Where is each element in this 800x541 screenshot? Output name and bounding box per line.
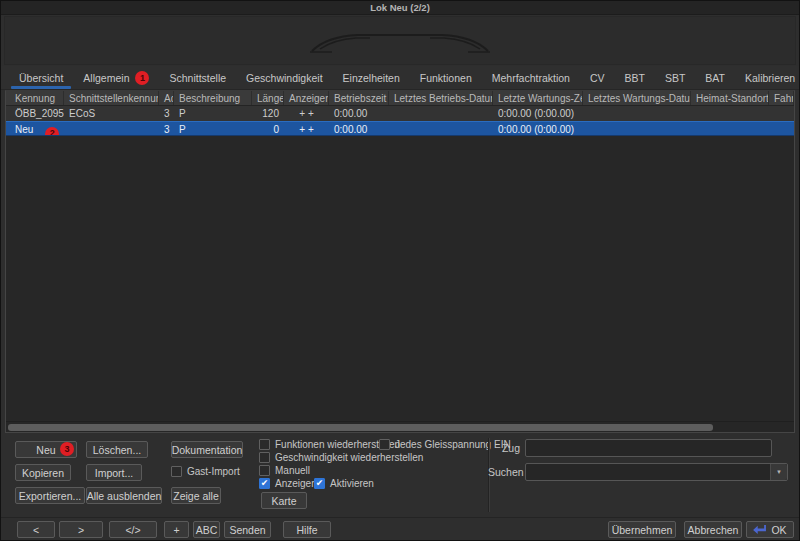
cell-beschreibung: P (174, 122, 252, 135)
tab-bat[interactable]: BAT (695, 67, 735, 89)
tab-uebersicht[interactable]: Übersicht (9, 67, 73, 89)
bottom-bar: < > </> + ABC Senden Hilfe Übernehmen Ab… (1, 517, 799, 541)
zug-input[interactable] (525, 439, 772, 457)
table-row[interactable]: ÖBB_2095.06 ECoS 3 P 120 + + 0:00.00 0:0… (6, 106, 794, 121)
cell-adr: 3 (159, 122, 174, 135)
tab-bar: Übersicht Allgemein 1 Schnittstelle Gesc… (1, 66, 799, 90)
loco-preview-panel (4, 16, 796, 65)
import-button[interactable]: Import... (86, 464, 142, 481)
tab-allgemein[interactable]: Allgemein 1 (73, 66, 159, 90)
column-header-kennung[interactable]: Kennung (10, 91, 64, 105)
manuell-checkbox[interactable]: Manuell (259, 465, 310, 476)
table-row-selected[interactable]: Neu2 3 P 0 + + 0:00.00 0:00.00 (0:00.00) (6, 121, 794, 136)
checkbox-label: Manuell (275, 465, 310, 476)
column-header-laenge[interactable]: Länge (252, 91, 284, 105)
tab-label: CV (590, 72, 605, 84)
tab-label: Einzelheiten (343, 72, 400, 84)
ok-button[interactable]: OK (746, 521, 794, 538)
tab-cv[interactable]: CV (580, 67, 615, 89)
abc-button[interactable]: ABC (193, 521, 220, 538)
tab-funktionen[interactable]: Funktionen (410, 67, 482, 89)
prev-button[interactable]: < (17, 521, 55, 538)
cell-letztes-wartungs-datum (583, 106, 691, 121)
cell-anzeigen: + + (284, 122, 329, 135)
tab-label: Kalibrieren (745, 72, 795, 84)
gast-import-checkbox[interactable]: Gast-Import (171, 466, 240, 477)
tab-mehrfachtraktion[interactable]: Mehrfachtraktion (482, 67, 580, 89)
zeige-alle-button[interactable]: Zeige alle (171, 487, 221, 504)
button-label: Hilfe (296, 524, 317, 536)
window-title: Lok Neu (2/2) (370, 2, 430, 13)
cell-betriebszeit: 0:00.00 (329, 106, 389, 121)
column-header-adr[interactable]: Adr (159, 91, 174, 105)
title-bar: Lok Neu (2/2) (1, 1, 799, 15)
dokumentation-button[interactable]: Dokumentation (171, 441, 243, 458)
tab-schnittstelle[interactable]: Schnittstelle (159, 67, 236, 89)
locomotive-sketch-icon (280, 19, 520, 63)
column-header-letztes-wartungs-datum[interactable]: Letztes Wartungs-Datum (583, 91, 691, 105)
alle-ausblenden-button[interactable]: Alle ausblenden (86, 487, 162, 504)
checkbox-label: Aktivieren (330, 478, 374, 489)
table-header: Kennung Schnittstellenkennung Adr Beschr… (6, 91, 794, 106)
button-label: Senden (229, 524, 265, 536)
zug-label: Zug (488, 442, 520, 454)
column-header-fahrp[interactable]: Fahrp (769, 91, 794, 105)
tab-kalibrieren[interactable]: Kalibrieren (735, 67, 800, 89)
cell-letztes-betriebs-datum (389, 106, 493, 121)
uebernehmen-button[interactable]: Übernehmen (608, 521, 676, 538)
geschwindigkeit-wiederherstellen-checkbox[interactable]: Geschwindigkeit wiederherstellen (259, 452, 423, 463)
column-header-schnittstellenkennung[interactable]: Schnittstellenkennung (64, 91, 159, 105)
checkbox-icon (259, 452, 270, 463)
column-header-letztes-betriebs-datum[interactable]: Letztes Betriebs-Datum (389, 91, 493, 105)
code-button[interactable]: </> (109, 521, 157, 538)
button-label: Abbrechen (688, 524, 739, 536)
suchen-label: Suchen (488, 466, 520, 478)
button-label: Dokumentation (172, 444, 243, 456)
next-button[interactable]: > (59, 521, 103, 538)
button-label: + (173, 524, 179, 536)
cell-kennung: Neu2 (10, 122, 64, 135)
anzeigen-checkbox[interactable]: ✔ Anzeigen (259, 478, 317, 489)
cell-fahrp (769, 122, 794, 135)
tab-label: Funktionen (420, 72, 472, 84)
button-label: Übernehmen (612, 524, 673, 536)
cell-laenge: 0 (252, 122, 284, 135)
cell-fahrp (769, 106, 794, 121)
checkbox-label: Anzeigen (275, 478, 317, 489)
chevron-down-icon[interactable]: ▼ (770, 464, 787, 480)
plus-button[interactable]: + (164, 521, 189, 538)
column-header-letzte-wartungs-zeit[interactable]: Letzte Wartungs-Zeit (493, 91, 583, 105)
cell-kennung: ÖBB_2095.06 (10, 106, 64, 121)
cell-anzeigen: + + (284, 106, 329, 121)
neu-button[interactable]: Neu 3 (15, 441, 77, 458)
karte-button[interactable]: Karte (261, 492, 307, 509)
exportieren-button[interactable]: Exportieren... (15, 487, 85, 504)
tab-sbt[interactable]: SBT (655, 67, 695, 89)
aktivieren-checkbox[interactable]: ✔ Aktivieren (314, 478, 374, 489)
annotation-marker-2: 2 (45, 127, 59, 136)
kopieren-button[interactable]: Kopieren (15, 464, 71, 481)
horizontal-scrollbar (6, 421, 794, 432)
cell-letztes-betriebs-datum (389, 122, 493, 135)
column-header-betriebszeit[interactable]: Betriebszeit (329, 91, 389, 105)
column-header-beschreibung[interactable]: Beschreibung (174, 91, 252, 105)
tab-bbt[interactable]: BBT (615, 67, 655, 89)
column-header-heimat-standort[interactable]: Heimat-Standort (691, 91, 769, 105)
annotation-marker-3: 3 (60, 442, 74, 456)
horizontal-scrollbar-thumb[interactable] (8, 424, 713, 431)
loeschen-button[interactable]: Löschen... (86, 441, 148, 458)
senden-button[interactable]: Senden (224, 521, 271, 538)
hilfe-button[interactable]: Hilfe (283, 521, 331, 538)
button-label: ABC (196, 524, 218, 536)
cell-schnittstellenkennung (64, 122, 159, 135)
button-label: > (78, 524, 84, 536)
tab-geschwindigkeit[interactable]: Geschwindigkeit (236, 67, 332, 89)
table-empty-area (6, 137, 794, 420)
checkbox-icon (259, 439, 270, 450)
checkbox-label: Gast-Import (187, 466, 240, 477)
abbrechen-button[interactable]: Abbrechen (684, 521, 742, 538)
tab-einzelheiten[interactable]: Einzelheiten (333, 67, 410, 89)
column-header-anzeigen[interactable]: Anzeigen (284, 91, 329, 105)
loco-table: Kennung Schnittstellenkennung Adr Beschr… (5, 90, 795, 433)
suchen-combobox[interactable]: ▼ (525, 463, 788, 481)
